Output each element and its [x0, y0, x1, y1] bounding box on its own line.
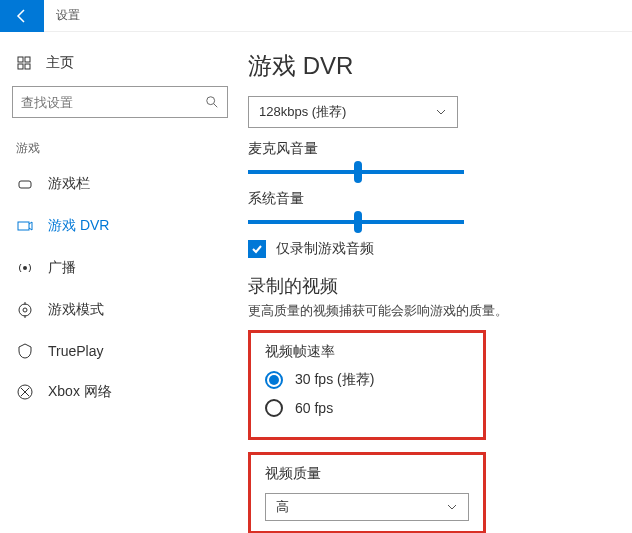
gamemode-icon — [16, 302, 34, 318]
fps-60-radio[interactable]: 60 fps — [265, 399, 469, 417]
svg-rect-2 — [18, 64, 23, 69]
system-volume-label: 系统音量 — [248, 190, 612, 208]
slider-thumb[interactable] — [354, 161, 362, 183]
search-box[interactable] — [12, 86, 228, 118]
mic-volume-slider[interactable] — [248, 170, 464, 174]
page-title: 游戏 DVR — [248, 50, 612, 82]
sidebar-item-label: 游戏 DVR — [48, 217, 109, 235]
video-quality-label: 视频质量 — [265, 465, 469, 483]
trueplay-icon — [16, 343, 34, 359]
sidebar-item-game-dvr[interactable]: 游戏 DVR — [8, 205, 232, 247]
svg-point-10 — [23, 308, 27, 312]
sidebar-item-label: 游戏模式 — [48, 301, 104, 319]
svg-point-8 — [23, 266, 27, 270]
main-panel: 游戏 DVR 128kbps (推荐) 麦克风音量 系统音量 仅录制游戏音频 录… — [240, 32, 632, 533]
svg-rect-7 — [18, 222, 29, 230]
svg-point-9 — [19, 304, 31, 316]
video-quality-highlight: 视频质量 高 — [248, 452, 486, 533]
sidebar-item-game-mode[interactable]: 游戏模式 — [8, 289, 232, 331]
home-label: 主页 — [46, 54, 74, 72]
sidebar-item-label: Xbox 网络 — [48, 383, 112, 401]
sidebar-item-broadcast[interactable]: 广播 — [8, 247, 232, 289]
xbox-icon — [16, 384, 34, 400]
titlebar: 设置 — [0, 0, 632, 32]
fps-30-radio[interactable]: 30 fps (推荐) — [265, 371, 469, 389]
bitrate-select[interactable]: 128kbps (推荐) — [248, 96, 458, 128]
system-volume-slider[interactable] — [248, 220, 464, 224]
sidebar-section-label: 游戏 — [8, 134, 232, 163]
broadcast-icon — [16, 260, 34, 276]
gamebar-icon — [16, 176, 34, 192]
svg-rect-1 — [25, 57, 30, 62]
arrow-left-icon — [14, 8, 30, 24]
radio-label: 60 fps — [295, 400, 333, 416]
svg-rect-3 — [25, 64, 30, 69]
video-quality-value: 高 — [276, 498, 289, 516]
sidebar: 主页 游戏 游戏栏 游戏 DVR 广播 游戏模式 TruePlay — [0, 32, 240, 533]
radio-icon — [265, 399, 283, 417]
mic-volume-label: 麦克风音量 — [248, 140, 612, 158]
checkbox-label: 仅录制游戏音频 — [276, 240, 374, 258]
recorded-video-header: 录制的视频 — [248, 274, 612, 298]
svg-rect-0 — [18, 57, 23, 62]
slider-thumb[interactable] — [354, 211, 362, 233]
video-quality-select[interactable]: 高 — [265, 493, 469, 521]
sidebar-item-trueplay[interactable]: TruePlay — [8, 331, 232, 371]
chevron-down-icon — [435, 106, 447, 118]
home-icon — [16, 55, 32, 71]
sidebar-item-label: 广播 — [48, 259, 76, 277]
svg-point-4 — [207, 97, 215, 105]
search-input[interactable] — [21, 95, 201, 110]
chevron-down-icon — [446, 501, 458, 513]
home-link[interactable]: 主页 — [8, 44, 232, 82]
sidebar-item-gamebar[interactable]: 游戏栏 — [8, 163, 232, 205]
sidebar-item-label: 游戏栏 — [48, 175, 90, 193]
dvr-icon — [16, 218, 34, 234]
record-game-audio-only-checkbox[interactable]: 仅录制游戏音频 — [248, 240, 612, 258]
radio-selected-icon — [265, 371, 283, 389]
sidebar-item-xbox-network[interactable]: Xbox 网络 — [8, 371, 232, 413]
svg-rect-6 — [19, 181, 31, 188]
window-title: 设置 — [44, 7, 92, 24]
sidebar-item-label: TruePlay — [48, 343, 104, 359]
search-icon — [205, 95, 219, 109]
radio-label: 30 fps (推荐) — [295, 371, 374, 389]
frame-rate-label: 视频帧速率 — [265, 343, 469, 361]
svg-line-5 — [214, 104, 218, 108]
frame-rate-highlight: 视频帧速率 30 fps (推荐) 60 fps — [248, 330, 486, 440]
back-button[interactable] — [0, 0, 44, 32]
bitrate-value: 128kbps (推荐) — [259, 103, 346, 121]
recorded-video-desc: 更高质量的视频捕获可能会影响游戏的质量。 — [248, 302, 612, 320]
checkbox-checked-icon — [248, 240, 266, 258]
